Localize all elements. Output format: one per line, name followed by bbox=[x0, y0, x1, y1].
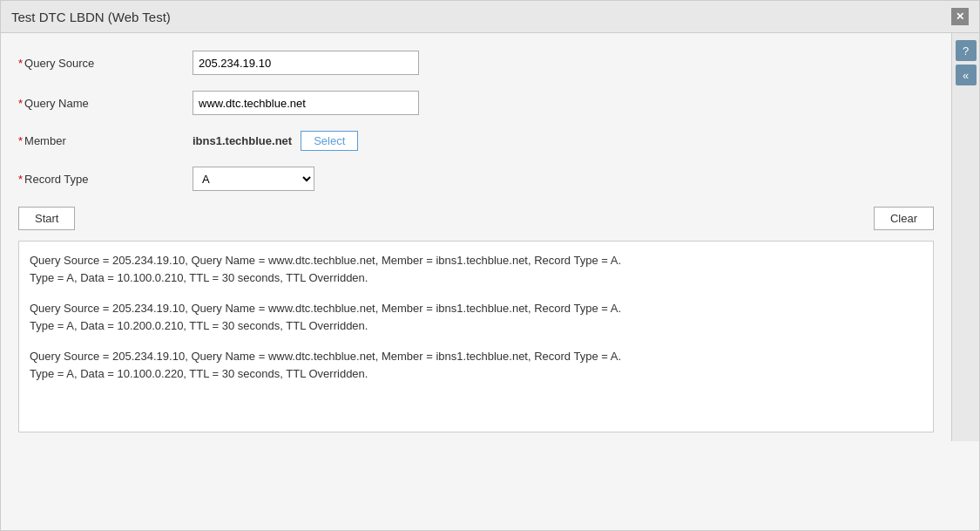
member-select-button[interactable]: Select bbox=[301, 131, 358, 151]
title-bar: Test DTC LBDN (Web Test) ✕ bbox=[1, 1, 979, 33]
content-area: *Query Source *Query Name *Member ibns1.… bbox=[1, 33, 979, 441]
query-name-row: *Query Name bbox=[18, 91, 934, 115]
query-name-input[interactable] bbox=[193, 91, 419, 115]
query-source-input[interactable] bbox=[193, 51, 419, 75]
query-name-label: *Query Name bbox=[18, 97, 193, 110]
result-block-1: Query Source = 205.234.19.10, Query Name… bbox=[30, 252, 923, 286]
member-row: *Member ibns1.techblue.net Select bbox=[18, 131, 934, 151]
result-3-line2: Type = A, Data = 10.100.0.220, TTL = 30 … bbox=[30, 365, 923, 383]
main-content: *Query Source *Query Name *Member ibns1.… bbox=[1, 33, 951, 441]
record-type-label: *Record Type bbox=[18, 173, 193, 186]
member-value: ibns1.techblue.net bbox=[193, 134, 292, 147]
help-button[interactable]: ? bbox=[956, 40, 977, 61]
record-type-row: *Record Type A AAAA CNAME bbox=[18, 167, 934, 191]
main-window: Test DTC LBDN (Web Test) ✕ *Query Source… bbox=[0, 0, 980, 531]
required-star-2: * bbox=[18, 97, 23, 110]
results-area: Query Source = 205.234.19.10, Query Name… bbox=[18, 241, 934, 432]
collapse-icon: « bbox=[963, 69, 969, 82]
collapse-button[interactable]: « bbox=[956, 65, 977, 85]
query-source-label: *Query Source bbox=[18, 57, 193, 70]
result-3-line1: Query Source = 205.234.19.10, Query Name… bbox=[30, 348, 923, 365]
result-1-line1: Query Source = 205.234.19.10, Query Name… bbox=[30, 252, 923, 269]
result-2-line2: Type = A, Data = 10.200.0.210, TTL = 30 … bbox=[30, 317, 923, 335]
result-2-line1: Query Source = 205.234.19.10, Query Name… bbox=[30, 300, 923, 317]
result-block-3: Query Source = 205.234.19.10, Query Name… bbox=[30, 348, 923, 382]
result-block-2: Query Source = 205.234.19.10, Query Name… bbox=[30, 300, 923, 334]
help-icon: ? bbox=[963, 44, 969, 58]
window-title: Test DTC LBDN (Web Test) bbox=[11, 10, 171, 24]
close-button[interactable]: ✕ bbox=[951, 8, 969, 25]
sidebar: ? « bbox=[951, 33, 979, 441]
record-type-select[interactable]: A AAAA CNAME bbox=[193, 167, 314, 191]
result-1-line2: Type = A, Data = 10.100.0.210, TTL = 30 … bbox=[30, 269, 923, 287]
action-row: Start Clear bbox=[18, 207, 934, 230]
clear-button[interactable]: Clear bbox=[874, 207, 934, 230]
start-button[interactable]: Start bbox=[18, 207, 75, 230]
required-star-3: * bbox=[18, 134, 23, 147]
required-star: * bbox=[18, 57, 23, 70]
required-star-4: * bbox=[18, 173, 23, 186]
member-label: *Member bbox=[18, 134, 193, 147]
query-source-row: *Query Source bbox=[18, 51, 934, 75]
